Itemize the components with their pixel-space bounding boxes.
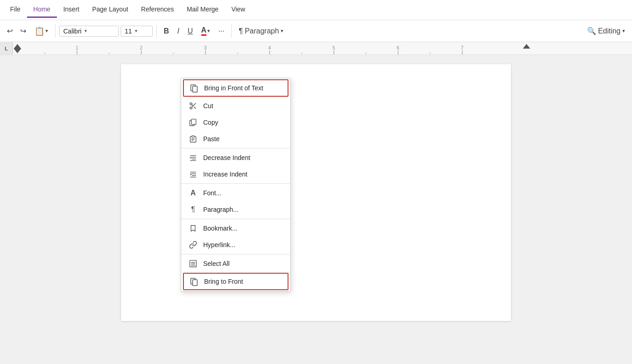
decrease-indent-icon: [188, 154, 198, 162]
svg-rect-30: [191, 119, 196, 125]
bring-to-front-label: Bring to Front: [204, 278, 243, 285]
tab-top-marker: [14, 44, 21, 49]
bring-front-text-label: Bring in Front of Text: [204, 84, 263, 92]
font-size-selector[interactable]: 11 ▾: [121, 26, 153, 37]
context-menu-bring-front-text[interactable]: Bring in Front of Text: [183, 79, 288, 97]
paragraph-dropdown-icon: ▾: [281, 28, 283, 34]
font-size-dropdown-icon: ▾: [135, 28, 138, 34]
context-menu-bring-to-front[interactable]: Bring to Front: [183, 273, 288, 290]
menu-home[interactable]: Home: [27, 2, 57, 18]
font-color-icon: A: [201, 26, 207, 36]
toolbar: ↩ ↪ 📋 ▾ Calibri ▾ 11 ▾ B I U A ▾ ···: [0, 20, 632, 42]
more-icon: ···: [218, 27, 224, 35]
bold-button[interactable]: B: [161, 25, 172, 38]
bold-icon: B: [164, 27, 169, 35]
svg-text:7: 7: [461, 45, 464, 50]
svg-point-24: [190, 103, 192, 105]
context-menu-bookmark[interactable]: Bookmark...: [181, 220, 290, 237]
redo-button[interactable]: ↪: [17, 24, 29, 38]
context-menu-decrease-indent[interactable]: Decrease Indent: [181, 149, 290, 166]
menu-bar: File Home Insert Page Layout References …: [0, 0, 632, 20]
separator-1: [181, 148, 290, 149]
separator-2: [181, 183, 290, 184]
menu-mail-merge[interactable]: Mail Merge: [180, 2, 225, 18]
context-menu-increase-indent[interactable]: Increase Indent: [181, 166, 290, 182]
svg-rect-23: [193, 86, 197, 92]
separator-3: [181, 219, 290, 219]
svg-rect-46: [193, 280, 197, 286]
tab-bottom-marker: [14, 49, 21, 53]
more-formatting-button[interactable]: ···: [215, 25, 227, 38]
svg-point-25: [190, 107, 192, 109]
undo-redo-section: ↩ ↪: [4, 24, 29, 38]
svg-text:5: 5: [333, 45, 335, 50]
paste-button[interactable]: 📋 ▾: [31, 24, 51, 39]
ruler-corner[interactable]: L: [0, 42, 13, 55]
paragraph-icon: ¶: [238, 27, 243, 36]
divider-1: [55, 25, 55, 38]
menu-file[interactable]: File: [4, 2, 27, 18]
separator-4: [181, 254, 290, 254]
increase-indent-label: Increase Indent: [203, 171, 248, 178]
paragraph-button[interactable]: ¶ Paragraph ▾: [235, 24, 287, 38]
context-menu: Bring in Front of Text Cut: [181, 78, 291, 292]
editing-dropdown-icon: ▾: [622, 28, 625, 34]
undo-button[interactable]: ↩: [4, 24, 16, 38]
editing-label: Editing: [598, 27, 621, 35]
bring-front-text-icon: [189, 83, 199, 93]
decrease-indent-label: Decrease Indent: [203, 154, 250, 161]
font-dropdown-icon: ▾: [84, 28, 87, 34]
context-menu-select-all[interactable]: Select All: [181, 255, 290, 272]
document-scroll[interactable]: Bring in Front of Text Cut: [0, 55, 632, 364]
redo-icon: ↪: [20, 27, 26, 35]
svg-text:3: 3: [204, 45, 207, 50]
menu-references[interactable]: References: [135, 2, 181, 18]
menu-page-layout[interactable]: Page Layout: [86, 2, 135, 18]
select-all-label: Select All: [203, 260, 230, 267]
menu-insert[interactable]: Insert: [57, 2, 86, 18]
svg-text:4: 4: [268, 45, 271, 50]
context-menu-cut[interactable]: Cut: [181, 98, 290, 114]
svg-text:1: 1: [76, 45, 78, 50]
bookmark-icon: [188, 224, 198, 232]
ruler-track: 1 2 3 4 5 6 7: [13, 42, 632, 55]
right-margin-marker: [523, 44, 530, 49]
font-label: Font...: [203, 189, 222, 197]
font-color-button[interactable]: A ▾: [198, 24, 214, 38]
copy-label: Copy: [203, 119, 218, 126]
context-menu-paste[interactable]: Paste: [181, 131, 290, 147]
underline-icon: U: [188, 27, 193, 35]
underline-button[interactable]: U: [184, 25, 196, 38]
font-color-dropdown-icon: ▾: [207, 28, 210, 34]
increase-indent-icon: [188, 170, 198, 178]
font-name: Calibri: [63, 28, 82, 35]
context-menu-font[interactable]: A Font...: [181, 185, 290, 201]
italic-button[interactable]: I: [174, 25, 183, 38]
hyperlink-icon: [188, 241, 198, 249]
editing-button[interactable]: 🔍 Editing ▾: [584, 24, 628, 38]
divider-3: [231, 25, 232, 38]
search-icon: 🔍: [587, 27, 596, 35]
ruler-svg: 1 2 3 4 5 6 7: [13, 42, 632, 55]
svg-rect-32: [192, 136, 194, 138]
context-menu-paragraph[interactable]: ¶ Paragraph...: [181, 201, 290, 218]
font-selector[interactable]: Calibri ▾: [59, 26, 119, 37]
paste-icon: 📋: [34, 26, 44, 36]
hyperlink-label: Hyperlink...: [203, 241, 235, 248]
svg-text:6: 6: [397, 45, 399, 50]
context-menu-hyperlink[interactable]: Hyperlink...: [181, 237, 290, 253]
context-menu-copy[interactable]: Copy: [181, 114, 290, 131]
font-size-value: 11: [125, 28, 132, 35]
bring-to-front-icon: [189, 277, 199, 286]
paragraph-label: Paragraph: [245, 27, 279, 35]
menu-view[interactable]: View: [225, 2, 251, 18]
undo-icon: ↩: [7, 27, 13, 35]
bookmark-label: Bookmark...: [203, 225, 238, 232]
svg-text:2: 2: [140, 45, 143, 50]
paste-label: Paste: [203, 135, 220, 143]
paragraph-menu-icon: ¶: [188, 205, 198, 214]
cut-label: Cut: [203, 102, 213, 110]
svg-line-28: [192, 105, 193, 106]
svg-line-27: [194, 107, 196, 109]
paste-clipboard-icon: [188, 135, 198, 143]
